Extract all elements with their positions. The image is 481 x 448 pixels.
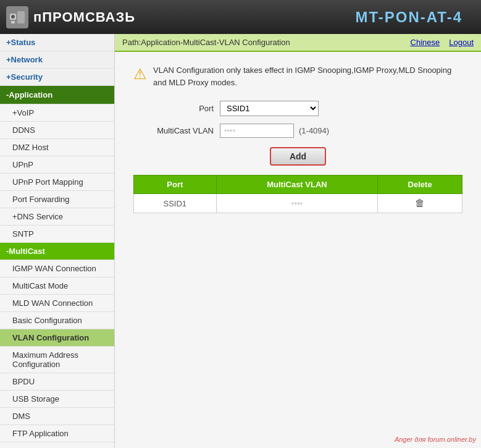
port-select[interactable]: SSID1SSID2LAN1LAN2LAN3LAN4 xyxy=(220,101,319,116)
sidebar-item-sntp[interactable]: SNTP xyxy=(0,226,114,243)
sidebar-item-upnp-port[interactable]: UPnP Port Mapping xyxy=(0,174,114,191)
table-header-row: Port MultiCast VLAN Delete xyxy=(134,175,462,194)
notice-box: ⚠ VLAN Configuration only takes effect i… xyxy=(133,64,462,88)
breadcrumb-links: Chinese Logout xyxy=(411,38,474,47)
sidebar-item-status[interactable]: +Status xyxy=(0,34,114,51)
sidebar-item-upnp[interactable]: UPnP xyxy=(0,156,114,174)
warning-icon: ⚠ xyxy=(133,66,147,83)
breadcrumb: Path:Application-MultiCast-VLAN Configur… xyxy=(122,38,290,47)
delete-icon[interactable]: 🗑 xyxy=(415,198,425,208)
add-button-row: Add xyxy=(133,147,462,166)
sidebar-item-ftp[interactable]: FTP Application xyxy=(0,425,114,442)
multicast-vlan-row: MultiCast VLAN (1-4094) xyxy=(133,124,462,138)
sidebar-item-igmp-wan[interactable]: IGMP WAN Connection xyxy=(0,260,114,277)
multicast-vlan-input[interactable] xyxy=(220,124,294,138)
range-text: (1-4094) xyxy=(299,126,329,135)
multicast-vlan-input-wrapper: (1-4094) xyxy=(220,124,329,138)
sidebar-item-port-trigger[interactable]: Port Trigger xyxy=(0,442,114,448)
logo: пПРОМСВАЗЬ xyxy=(6,6,135,28)
sidebar-item-mld-wan[interactable]: MLD WAN Connection xyxy=(0,295,114,312)
chinese-link[interactable]: Chinese xyxy=(411,38,440,47)
sidebar-item-dmz[interactable]: DMZ Host xyxy=(0,139,114,156)
sidebar-item-max-addr[interactable]: Maximum Address Configuration xyxy=(0,347,114,373)
col-delete: Delete xyxy=(378,175,462,194)
multicast-vlan-label: MultiCast VLAN xyxy=(133,126,214,135)
sidebar-item-voip[interactable]: +VoIP xyxy=(0,104,114,122)
svg-rect-3 xyxy=(11,21,15,23)
logout-link[interactable]: Logout xyxy=(449,38,474,47)
sidebar-item-ddns[interactable]: DDNS xyxy=(0,122,114,139)
col-multicast-vlan: MultiCast VLAN xyxy=(216,175,378,194)
breadcrumb-bar: Path:Application-MultiCast-VLAN Configur… xyxy=(115,34,481,52)
port-row: Port SSID1SSID2LAN1LAN2LAN3LAN4 xyxy=(133,101,462,116)
sidebar-item-vlan-config[interactable]: VLAN Configuration xyxy=(0,329,114,347)
main-content: Path:Application-MultiCast-VLAN Configur… xyxy=(115,34,481,448)
sidebar-item-dns[interactable]: +DNS Service xyxy=(0,208,114,226)
sidebar-item-dms[interactable]: DMS xyxy=(0,408,114,425)
sidebar-item-multicast[interactable]: -MultiCast xyxy=(0,243,114,260)
page-content: ⚠ VLAN Configuration only takes effect i… xyxy=(115,52,481,448)
logo-text: пПРОМСВАЗЬ xyxy=(33,9,135,25)
vlan-table: Port MultiCast VLAN Delete SSID1••••🗑 xyxy=(133,175,462,213)
svg-rect-1 xyxy=(17,11,25,23)
sidebar-item-security[interactable]: +Security xyxy=(0,69,114,86)
cell-port: SSID1 xyxy=(134,194,217,213)
col-port: Port xyxy=(134,175,217,194)
port-label: Port xyxy=(133,104,214,113)
main-layout: +Status+Network+Security-Application+VoI… xyxy=(0,34,481,448)
device-name: MT-PON-AT-4 xyxy=(355,9,475,26)
add-button[interactable]: Add xyxy=(270,147,326,166)
sidebar-item-basic-config[interactable]: Basic Configuration xyxy=(0,312,114,329)
cell-multicast-vlan: •••• xyxy=(216,194,378,213)
sidebar-item-usb[interactable]: USB Storage xyxy=(0,391,114,408)
port-input-wrapper: SSID1SSID2LAN1LAN2LAN3LAN4 xyxy=(220,101,319,116)
sidebar: +Status+Network+Security-Application+VoI… xyxy=(0,34,115,448)
svg-point-2 xyxy=(11,15,15,19)
sidebar-item-network[interactable]: +Network xyxy=(0,51,114,69)
sidebar-item-bpdu[interactable]: BPDU xyxy=(0,373,114,391)
sidebar-item-application[interactable]: -Application xyxy=(0,86,114,104)
watermark: Anger для forum.onliner.by xyxy=(395,436,476,443)
sidebar-item-multicast-mode[interactable]: MultiCast Mode xyxy=(0,277,114,295)
notice-text: VLAN Configuration only takes effect in … xyxy=(153,64,462,88)
logo-icon xyxy=(6,6,28,28)
header: пПРОМСВАЗЬ MT-PON-AT-4 xyxy=(0,0,481,34)
cell-delete: 🗑 xyxy=(378,194,462,213)
table-row: SSID1••••🗑 xyxy=(134,194,462,213)
sidebar-item-port-forwarding[interactable]: Port Forwarding xyxy=(0,191,114,208)
